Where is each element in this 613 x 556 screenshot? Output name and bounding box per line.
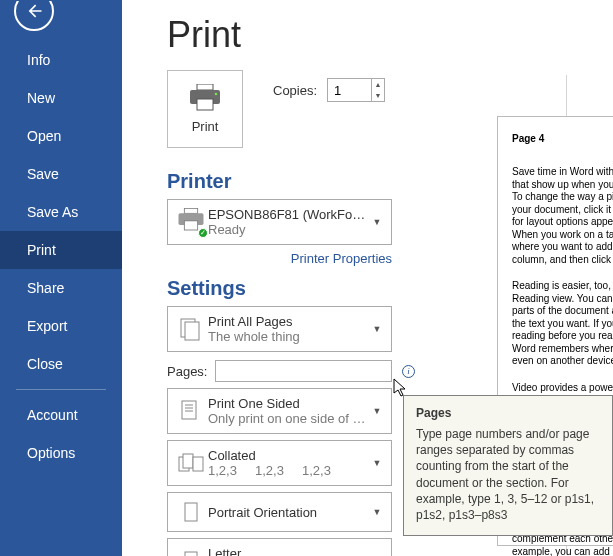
sidebar-item-info[interactable]: Info xyxy=(0,41,122,79)
pages-tooltip: Pages Type page numbers and/or page rang… xyxy=(403,395,613,536)
printer-status: Ready xyxy=(208,222,369,237)
svg-rect-9 xyxy=(182,401,196,419)
ready-check-icon: ✓ xyxy=(198,228,208,238)
sidebar-separator xyxy=(16,389,106,390)
sidebar-item-close[interactable]: Close xyxy=(0,345,122,383)
tooltip-body: Type page numbers and/or page ranges sep… xyxy=(416,426,600,523)
preview-paragraph: Save time in Word with new buttons that … xyxy=(512,166,613,266)
settings-heading: Settings xyxy=(167,277,246,300)
sidebar-item-label: New xyxy=(27,90,55,106)
svg-rect-2 xyxy=(197,99,213,110)
sidebar-item-open[interactable]: Open xyxy=(0,117,122,155)
svg-rect-15 xyxy=(193,457,203,471)
sidebar-item-account[interactable]: Account xyxy=(0,396,122,434)
chevron-down-icon: ▼ xyxy=(369,217,385,227)
sided-sub: Only print on one side of th... xyxy=(208,411,369,426)
preview-page-label: Page 4 xyxy=(512,133,613,144)
svg-rect-6 xyxy=(184,221,197,230)
copies-decrement[interactable]: ▼ xyxy=(371,90,384,101)
print-button-label: Print xyxy=(192,119,219,134)
sidebar-item-label: Export xyxy=(27,318,67,334)
svg-rect-16 xyxy=(185,503,197,521)
sidebar-item-export[interactable]: Export xyxy=(0,307,122,345)
paper-size-icon xyxy=(174,549,208,556)
sidebar-item-new[interactable]: New xyxy=(0,79,122,117)
printer-large-icon xyxy=(187,84,223,112)
printer-icon: ✓ xyxy=(176,208,206,236)
sidebar-item-label: Save xyxy=(27,166,59,182)
printer-heading: Printer xyxy=(167,170,231,193)
copies-increment[interactable]: ▲ xyxy=(371,79,384,90)
tooltip-title: Pages xyxy=(416,406,600,420)
paper-title: Letter xyxy=(208,546,369,556)
sidebar-item-label: Info xyxy=(27,52,50,68)
sided-title: Print One Sided xyxy=(208,396,369,411)
print-button[interactable]: Print xyxy=(167,70,243,148)
sided-dropdown[interactable]: Print One Sided Only print on one side o… xyxy=(167,388,392,434)
orientation-dropdown[interactable]: Portrait Orientation ▼ xyxy=(167,492,392,532)
svg-rect-4 xyxy=(184,208,197,213)
sidebar-item-label: Share xyxy=(27,280,64,296)
printer-name: EPSONB86F81 (WorkForce 8... xyxy=(208,207,369,222)
chevron-down-icon: ▼ xyxy=(369,406,385,416)
pages-info-icon[interactable]: i xyxy=(402,365,415,378)
chevron-down-icon: ▼ xyxy=(369,507,385,517)
back-button[interactable] xyxy=(14,0,54,31)
one-sided-icon xyxy=(174,398,208,424)
printer-properties-link[interactable]: Printer Properties xyxy=(291,251,392,266)
pages-label: Pages: xyxy=(167,364,207,379)
svg-rect-17 xyxy=(185,552,197,556)
collate-dropdown[interactable]: Collated 1,2,3 1,2,3 1,2,3 ▼ xyxy=(167,440,392,486)
svg-point-3 xyxy=(215,93,218,96)
svg-rect-8 xyxy=(185,322,199,340)
portrait-icon xyxy=(174,500,208,524)
collate-icon xyxy=(174,451,208,475)
print-scope-sub: The whole thing xyxy=(208,329,369,344)
print-scope-dropdown[interactable]: Print All Pages The whole thing ▼ xyxy=(167,306,392,352)
page-title: Print xyxy=(167,14,593,56)
sidebar-item-label: Print xyxy=(27,242,56,258)
printer-dropdown[interactable]: ✓ EPSONB86F81 (WorkForce 8... Ready ▼ xyxy=(167,199,392,245)
copies-input[interactable]: 1 ▲ ▼ xyxy=(327,78,385,102)
orientation-title: Portrait Orientation xyxy=(208,505,369,520)
sidebar-item-label: Open xyxy=(27,128,61,144)
collate-sub: 1,2,3 1,2,3 1,2,3 xyxy=(208,463,369,478)
sidebar-item-label: Options xyxy=(27,445,75,461)
copies-label: Copies: xyxy=(273,83,317,98)
sidebar-item-label: Account xyxy=(27,407,78,423)
pages-input[interactable] xyxy=(215,360,392,382)
svg-rect-14 xyxy=(183,454,193,468)
svg-rect-0 xyxy=(197,84,213,90)
sidebar-item-label: Close xyxy=(27,356,63,372)
chevron-down-icon: ▼ xyxy=(369,324,385,334)
sidebar-item-share[interactable]: Share xyxy=(0,269,122,307)
print-scope-title: Print All Pages xyxy=(208,314,369,329)
pages-icon xyxy=(174,316,208,342)
paper-dropdown[interactable]: Letter 8.5" x 11" ▼ xyxy=(167,538,392,556)
sidebar-item-saveas[interactable]: Save As xyxy=(0,193,122,231)
back-arrow-icon xyxy=(24,1,44,21)
sidebar-item-label: Save As xyxy=(27,204,78,220)
copies-value: 1 xyxy=(328,83,371,98)
collate-title: Collated xyxy=(208,448,369,463)
sidebar-item-options[interactable]: Options xyxy=(0,434,122,472)
sidebar-item-print[interactable]: Print xyxy=(0,231,122,269)
preview-paragraph: Reading is easier, too, in the new Readi… xyxy=(512,280,613,368)
sidebar-item-save[interactable]: Save xyxy=(0,155,122,193)
chevron-down-icon: ▼ xyxy=(369,458,385,468)
